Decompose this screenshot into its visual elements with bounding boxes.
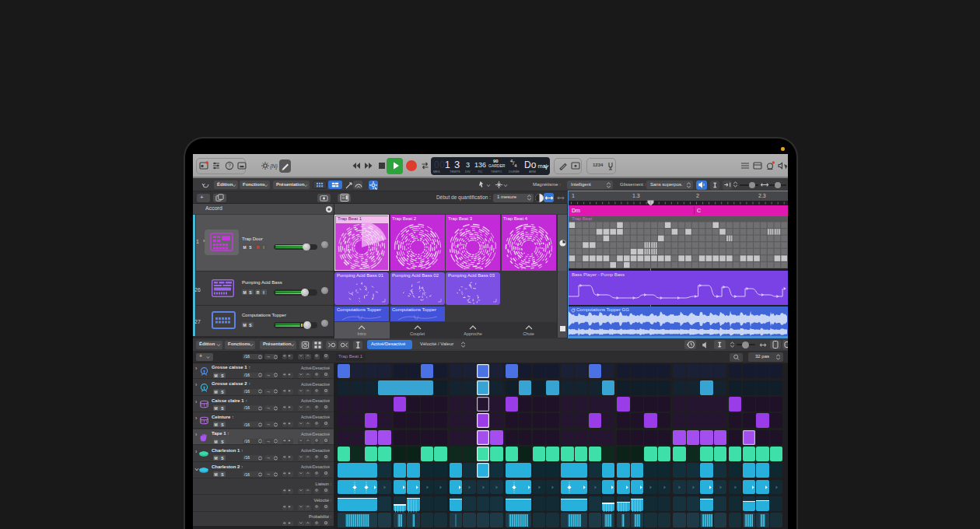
svg-text:{N}: {N} (270, 163, 278, 170)
svg-text:?: ? (228, 163, 231, 168)
